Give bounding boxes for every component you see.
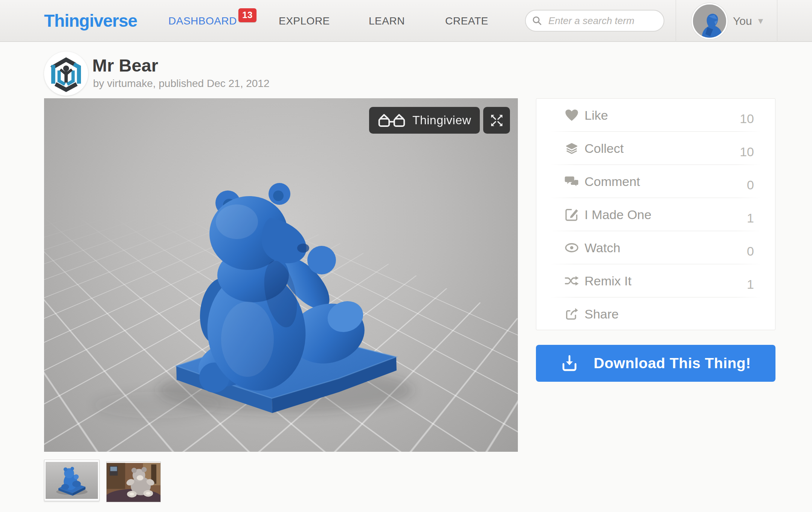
nav-item-explore[interactable]: EXPLORE (279, 0, 330, 42)
pencil-square-icon (564, 207, 579, 222)
download-label: Download This Thing! (594, 355, 751, 372)
nav-item-create[interactable]: CREATE (445, 0, 488, 42)
speech-bubbles-icon (564, 174, 579, 189)
user-menu-label[interactable]: You (733, 0, 752, 42)
action-row-share[interactable]: Share (536, 297, 775, 331)
thumbnail-render-image (46, 461, 98, 500)
thingiview-label: Thingiview (412, 113, 471, 127)
model-viewer[interactable]: Thingiview (44, 98, 518, 452)
thingiview-button[interactable]: Thingiview (369, 107, 480, 134)
notification-badge: 13 (238, 8, 256, 22)
thumbnail-render[interactable] (44, 460, 99, 501)
action-label: Share (585, 297, 619, 331)
byline-prefix: by (93, 78, 107, 89)
action-count: 1 (747, 201, 754, 235)
user-avatar[interactable] (691, 3, 728, 39)
action-row-like[interactable]: Like 10 (536, 99, 775, 132)
fullscreen-button[interactable] (483, 107, 510, 134)
nav-divider (676, 0, 676, 42)
avatar-bust-image (693, 5, 726, 38)
page-title: Mr Bear (92, 55, 158, 76)
action-label: I Made One (585, 198, 652, 231)
expand-arrows-icon (489, 113, 504, 128)
thumbnail-photo-image (107, 462, 160, 502)
creator-avatar[interactable] (44, 52, 88, 96)
action-label: Comment (585, 165, 640, 198)
model-render (44, 98, 518, 452)
share-icon (564, 306, 579, 322)
action-row-watch[interactable]: Watch 0 (536, 231, 775, 264)
action-count: 1 (747, 268, 754, 301)
action-row-remix[interactable]: Remix It 1 (536, 264, 775, 297)
action-count: 10 (740, 102, 754, 135)
action-label: Remix It (585, 264, 632, 297)
chevron-down-icon[interactable]: ▾ (758, 0, 763, 42)
byline-suffix: , published Dec 21, 2012 (153, 78, 270, 89)
action-row-i-made-one[interactable]: I Made One 1 (536, 198, 775, 231)
eye-icon (564, 240, 579, 255)
creator-logo-image (44, 52, 88, 96)
action-label: Like (585, 99, 608, 132)
action-count: 0 (747, 235, 754, 268)
action-row-collect[interactable]: Collect 10 (536, 132, 775, 165)
nav-item-label: DASHBOARD (168, 15, 237, 27)
stacked-layers-icon (564, 141, 579, 156)
action-sidebar: Like 10 Collect 10 Comment 0 I Made One … (536, 98, 775, 330)
thingiverse-logo[interactable]: Thingiverse (44, 0, 137, 42)
heart-icon (564, 108, 579, 123)
nav-divider (777, 0, 777, 42)
action-count: 0 (747, 168, 754, 201)
action-label: Watch (585, 231, 620, 264)
byline: by virtumake, published Dec 21, 2012 (93, 78, 270, 90)
shuffle-arrows-icon (564, 273, 579, 288)
3d-glasses-icon (378, 113, 406, 128)
nav-item-dashboard[interactable]: DASHBOARD 13 (168, 0, 237, 42)
thumbnail-photo[interactable] (106, 462, 161, 502)
action-label: Collect (585, 132, 624, 165)
search-box (525, 10, 664, 32)
download-button[interactable]: Download This Thing! (536, 345, 775, 382)
nav-item-learn[interactable]: LEARN (369, 0, 405, 42)
search-input[interactable] (525, 10, 664, 32)
top-nav: Thingiverse DASHBOARD 13 EXPLORE LEARN C… (0, 0, 812, 42)
action-count: 10 (740, 135, 754, 168)
download-icon (560, 354, 578, 372)
action-row-comment[interactable]: Comment 0 (536, 165, 775, 198)
author-link[interactable]: virtumake (107, 78, 153, 89)
